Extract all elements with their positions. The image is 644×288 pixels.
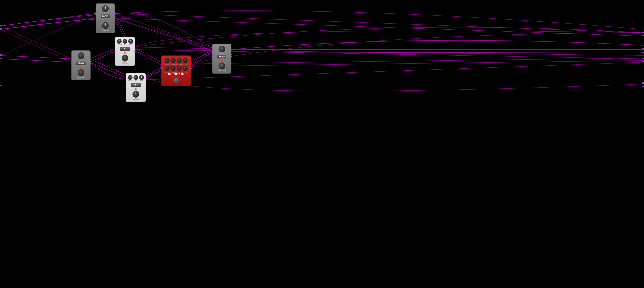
rak-knob-3[interactable] bbox=[176, 58, 182, 63]
bottom-knob-2[interactable] bbox=[78, 69, 84, 76]
rak-subtitle: Musical Delay bbox=[172, 75, 180, 77]
bottom-knob-3[interactable] bbox=[218, 63, 225, 69]
svg-rect-44 bbox=[642, 86, 644, 87]
wet-knob-1[interactable] bbox=[128, 39, 133, 44]
tap-bottom-knob-2[interactable] bbox=[132, 91, 139, 98]
dry-knob-2[interactable] bbox=[134, 75, 138, 80]
svg-line-25 bbox=[190, 58, 644, 64]
tap-knobs-row-1: LENGTH DRY WET bbox=[117, 39, 133, 45]
gain-knob-3[interactable] bbox=[218, 46, 225, 52]
rak-knob-col-4 bbox=[183, 58, 188, 63]
rak-label-time: TIME bbox=[185, 72, 188, 73]
rak-knob-col-1 bbox=[164, 58, 170, 63]
rak-knob-2[interactable] bbox=[170, 58, 176, 63]
rak-label-dampng: DAMPNG bbox=[179, 64, 183, 65]
svg-line-26 bbox=[190, 61, 644, 66]
svg-rect-38 bbox=[642, 35, 644, 36]
rak-knob-1[interactable] bbox=[164, 58, 170, 63]
rak-footswitch[interactable] bbox=[174, 77, 179, 83]
svg-line-8 bbox=[114, 14, 644, 33]
gain-knob-1[interactable] bbox=[102, 5, 109, 12]
rak-knobs-top bbox=[164, 58, 188, 63]
gain-label-1: GAIN bbox=[104, 12, 107, 14]
gain-knob-col-2: GAIN bbox=[78, 52, 84, 61]
svg-rect-32 bbox=[0, 25, 2, 26]
tap-label-1: Reflector bbox=[122, 62, 128, 64]
pedal-label-1: Stereo Gain bbox=[101, 30, 109, 31]
rak-label-cdroom1: CDROOM 1 bbox=[165, 64, 170, 65]
bottom-knob-1[interactable] bbox=[102, 22, 109, 29]
tap-reflector-pedal-2: LENGTH DRY WET TAP Reflector bbox=[126, 73, 146, 102]
svg-line-14 bbox=[133, 47, 161, 62]
dry-knob-1[interactable] bbox=[122, 39, 127, 44]
rak-knob-col-5 bbox=[164, 66, 170, 71]
svg-rect-35 bbox=[0, 58, 2, 59]
svg-line-3 bbox=[0, 59, 71, 62]
rak-label-feder2: FEDER 2 bbox=[172, 72, 176, 73]
mod-badge-1: MOD bbox=[100, 14, 110, 19]
rakarrack-pedal: CDROOM 1 FEDER 2 DAMPNG MIX CDROOM 2 FED… bbox=[161, 55, 191, 86]
rak-knob-col-7 bbox=[176, 66, 182, 71]
pedal-label-3: Stereo Gain bbox=[218, 70, 226, 72]
gain-knob-col-3: GAIN bbox=[218, 46, 225, 54]
svg-line-19 bbox=[144, 67, 161, 77]
rak-knob-col-6 bbox=[170, 66, 176, 71]
tap-bottom-knob-1[interactable] bbox=[122, 55, 128, 62]
rak-knob-6[interactable] bbox=[170, 66, 176, 71]
gain-knob-2[interactable] bbox=[78, 52, 84, 59]
tap-knobs-row-2: LENGTH DRY WET bbox=[128, 75, 144, 81]
dry-label-1: DRY bbox=[124, 44, 126, 45]
canvas: GAIN MOD Stereo Gain GAIN MOD Stereo Gai… bbox=[0, 0, 644, 288]
pedal-label-2: Stereo Gain bbox=[77, 77, 85, 78]
length-knob-2[interactable] bbox=[128, 75, 132, 80]
svg-rect-41 bbox=[642, 58, 644, 59]
wet-label-1: WET bbox=[129, 44, 132, 45]
rak-knob-7[interactable] bbox=[176, 66, 182, 71]
stereo-gain-pedal-3: GAIN MOD Stereo Gain bbox=[212, 44, 232, 74]
svg-rect-34 bbox=[0, 54, 2, 56]
svg-line-29 bbox=[0, 26, 71, 59]
dry-label-2: DRY bbox=[135, 80, 137, 81]
rak-knobs-bot bbox=[164, 66, 188, 71]
connections-svg bbox=[0, 0, 644, 288]
rak-label-offset: OFFSET bbox=[179, 72, 183, 73]
svg-line-0 bbox=[0, 14, 96, 26]
mod-badge-2: MOD bbox=[76, 61, 86, 66]
svg-line-28 bbox=[230, 52, 644, 53]
rak-knob-5[interactable] bbox=[164, 66, 170, 71]
mod-badge-3: MOD bbox=[217, 54, 227, 59]
length-knob-1[interactable] bbox=[117, 39, 122, 44]
tap-label-2: Reflector bbox=[133, 98, 139, 100]
gain-label-2: GAIN bbox=[80, 59, 82, 61]
svg-line-17 bbox=[133, 50, 644, 59]
stereo-gain-pedal-1: GAIN MOD Stereo Gain bbox=[96, 3, 115, 33]
wet-label-2: WET bbox=[140, 80, 143, 81]
svg-line-30 bbox=[0, 14, 96, 55]
svg-rect-36 bbox=[0, 85, 2, 86]
wet-col-2: WET bbox=[139, 75, 144, 81]
wet-knob-2[interactable] bbox=[139, 75, 144, 80]
rak-knob-col-2 bbox=[170, 58, 176, 63]
svg-rect-39 bbox=[642, 48, 644, 50]
svg-rect-43 bbox=[642, 82, 644, 84]
rak-labels-top: CDROOM 1 FEDER 2 DAMPNG MIX bbox=[164, 64, 189, 65]
svg-rect-37 bbox=[642, 32, 644, 33]
led-1 bbox=[105, 20, 106, 21]
svg-line-20 bbox=[144, 70, 161, 80]
rak-label-cdroom2: CDROOM 2 bbox=[165, 72, 170, 73]
wet-col-1: WET bbox=[128, 39, 133, 45]
tap-led-2 bbox=[135, 88, 136, 90]
rak-knob-4[interactable] bbox=[183, 58, 188, 63]
tap-badge-1: TAP bbox=[120, 47, 130, 51]
rak-label-mix: MIX bbox=[186, 64, 188, 65]
svg-line-9 bbox=[114, 18, 644, 36]
length-label-2: LENGTH bbox=[128, 80, 132, 81]
svg-line-18 bbox=[133, 50, 644, 55]
svg-rect-33 bbox=[0, 28, 2, 30]
rak-knob-8[interactable] bbox=[183, 66, 188, 71]
dry-col-2: DRY bbox=[134, 75, 138, 81]
stereo-gain-pedal-2: GAIN MOD Stereo Gain bbox=[71, 50, 90, 80]
rak-knob-col-3 bbox=[176, 58, 182, 63]
led-2 bbox=[80, 67, 82, 68]
rak-knob-col-8 bbox=[183, 66, 188, 71]
